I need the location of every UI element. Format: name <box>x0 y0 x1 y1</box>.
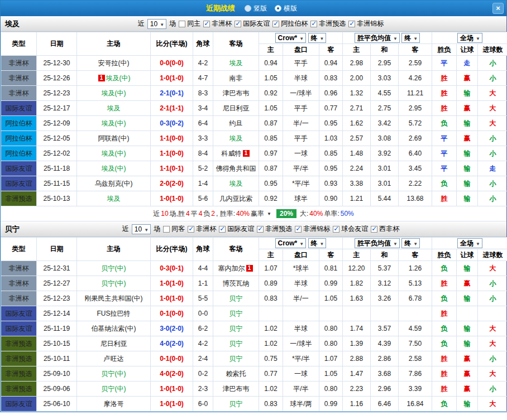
scope-header-group: 全场 <box>432 238 507 249</box>
avg-draw-odds: 3.03 <box>371 71 399 86</box>
corner-count: 6-2 <box>193 321 213 336</box>
league-filter-checkbox[interactable]: 非洲锦标 <box>295 224 330 234</box>
home-team-name: 贝宁(中) <box>102 370 126 378</box>
away-team: 埃及 <box>213 56 259 71</box>
avg-draw-odds: 3.26 <box>371 291 399 306</box>
league-filter-checkbox[interactable]: 非洲锦标 <box>348 19 384 28</box>
odds-time-select[interactable]: 终 <box>308 33 327 43</box>
handicap-line: 一球 <box>283 366 319 382</box>
odds-company-select[interactable]: Crow* <box>275 238 307 248</box>
match-type-badge: 国际友谊 <box>1 397 37 412</box>
match-row: 国际友谊25-11-19伯基纳法索(中)3-0(2-0)6-2贝宁1.02半球0… <box>1 321 507 336</box>
away-team-name: 赖索托 <box>226 370 246 378</box>
away-odds: 0.80 <box>319 321 343 336</box>
odds-company-select[interactable]: Crow* <box>275 33 307 43</box>
home-team: 埃及 <box>77 191 151 206</box>
match-score: 1-0(1-0) <box>151 191 193 206</box>
avg-home-odds: 1.39 <box>343 336 371 351</box>
sub-header: 让球 <box>457 44 478 56</box>
away-team-name: 几内亚比索 <box>219 195 253 202</box>
horizontal-layout-radio[interactable]: 横版 <box>275 4 297 13</box>
match-score: 0-0(0-0) <box>151 56 193 71</box>
match-result: 平 <box>432 56 457 71</box>
match-result: 负 <box>432 261 457 276</box>
sub-header: 盘口 <box>283 249 319 261</box>
avg-time-select[interactable]: 终 <box>401 238 420 248</box>
match-count-value: 10 <box>135 225 142 233</box>
away-team: 约旦 <box>213 116 259 131</box>
match-result: 负 <box>432 176 457 191</box>
table-header: 类型 日期 主场 比分(半场) 角球 客场 Crow* 终 胜平负均值 终 <box>1 32 507 56</box>
league-filter-label: 非洲杯 <box>212 19 232 28</box>
avg-time-select[interactable]: 终 <box>401 33 420 43</box>
match-score: 2-1(0-1) <box>151 86 193 101</box>
league-filter-checkbox[interactable]: 球会友谊 <box>333 224 368 234</box>
home-odds: 0.92 <box>259 191 283 206</box>
league-filter-checkbox[interactable]: 非洲预选 <box>257 224 292 234</box>
match-scope-select[interactable]: 全场 <box>457 33 482 43</box>
home-odds: 1.02 <box>259 336 283 351</box>
vertical-layout-radio[interactable]: 竖版 <box>245 4 267 13</box>
corner-count: 8-4 <box>193 146 213 161</box>
league-filter-checkbox[interactable]: 非洲杯 <box>188 224 216 234</box>
sub-header: 客 <box>399 249 432 261</box>
handicap-result: 输 <box>457 116 478 131</box>
away-team-name: 约旦 <box>229 119 243 127</box>
section-header: 贝宁 近 10 场 同客 非洲杯国际友谊非洲预选非洲锦标球会友谊西非杯 <box>1 221 506 237</box>
home-team: 贝宁(中) <box>77 276 151 291</box>
avg-type-select[interactable]: 胜平负均值 <box>355 33 400 43</box>
vertical-layout-label: 竖版 <box>253 4 267 13</box>
match-row: 非洲杯25-12-27贝宁(中)1-0(1-0)1-1博茨瓦纳0.89半球0.9… <box>1 276 507 291</box>
goals-result: 小 <box>478 351 507 366</box>
avg-type-select[interactable]: 胜平负均值 <box>355 238 400 248</box>
match-date: 25-11-15 <box>37 176 77 191</box>
away-odds: 1.07 <box>319 351 343 366</box>
home-odds <box>259 306 283 321</box>
handicap-line: 一/球半 <box>283 86 319 101</box>
section-header: 埃及 近 10 场 同主 非洲杯国际友谊阿拉伯杯非洲预选非洲锦标 <box>1 16 506 32</box>
match-count-select[interactable]: 10 <box>147 19 166 29</box>
match-row: 阿拉伯杯25-12-05阿联酋(中)1-1(0-0)3-3埃及0.85平手1.0… <box>1 131 507 146</box>
home-team-name: 卢旺达 <box>104 355 124 363</box>
league-filter-checkbox[interactable]: 西非杯 <box>371 224 399 234</box>
match-date: 25-11-19 <box>37 321 77 336</box>
match-type-badge: 非洲杯 <box>1 56 37 71</box>
away-team: 贝宁 <box>213 291 259 306</box>
league-filter-checkbox[interactable]: 非洲杯 <box>203 19 232 28</box>
goals-result <box>478 306 507 321</box>
same-venue-checkbox[interactable]: 同客 <box>163 224 185 234</box>
league-filter-checkbox[interactable]: 阿拉伯杯 <box>272 19 308 28</box>
odds-time-value: 终 <box>311 239 318 248</box>
summary-segment: 20% <box>276 209 296 218</box>
league-filter-checkbox[interactable]: 国际友谊 <box>235 19 270 28</box>
radio-selected-icon <box>275 5 281 12</box>
odds-time-value: 终 <box>311 33 318 43</box>
match-type-badge: 非洲杯 <box>1 276 37 291</box>
avg-away-odds: 2.69 <box>399 131 432 146</box>
away-team: 贝宁 <box>213 397 259 412</box>
chevron-down-icon <box>393 239 398 247</box>
sub-header: 进球数 <box>478 249 507 261</box>
match-date: 25-12-09 <box>37 116 77 131</box>
match-type-badge: 非洲预选 <box>1 366 37 382</box>
sub-header: 和 <box>371 44 399 56</box>
red-card-badge: 1 <box>98 75 105 81</box>
close-button[interactable]: × <box>492 3 504 14</box>
league-filter-checkbox[interactable]: 非洲预选 <box>310 19 346 28</box>
match-scope-select[interactable]: 全场 <box>457 238 482 248</box>
home-odds: 1.05 <box>259 71 283 86</box>
avg-header-group: 胜平负均值 终 <box>343 32 432 44</box>
league-filter-checkbox[interactable]: 国际友谊 <box>219 224 254 234</box>
summary-segment: 4 <box>199 210 203 218</box>
odds-time-select[interactable]: 终 <box>308 238 327 248</box>
avg-away-odds: 5.13 <box>399 276 432 291</box>
match-score: 4-0(2-0) <box>151 366 193 382</box>
summary-segment: 赢率 <box>251 209 264 219</box>
home-odds: 0.77 <box>259 366 283 382</box>
match-count-select[interactable]: 10 <box>132 224 151 234</box>
home-team-name: 贝宁(中) <box>102 279 126 287</box>
match-score: 1-0(1-0) <box>151 71 193 86</box>
team-name: 贝宁 <box>5 224 20 234</box>
match-date: 25-12-31 <box>37 261 77 276</box>
same-venue-checkbox[interactable]: 同主 <box>179 19 200 28</box>
